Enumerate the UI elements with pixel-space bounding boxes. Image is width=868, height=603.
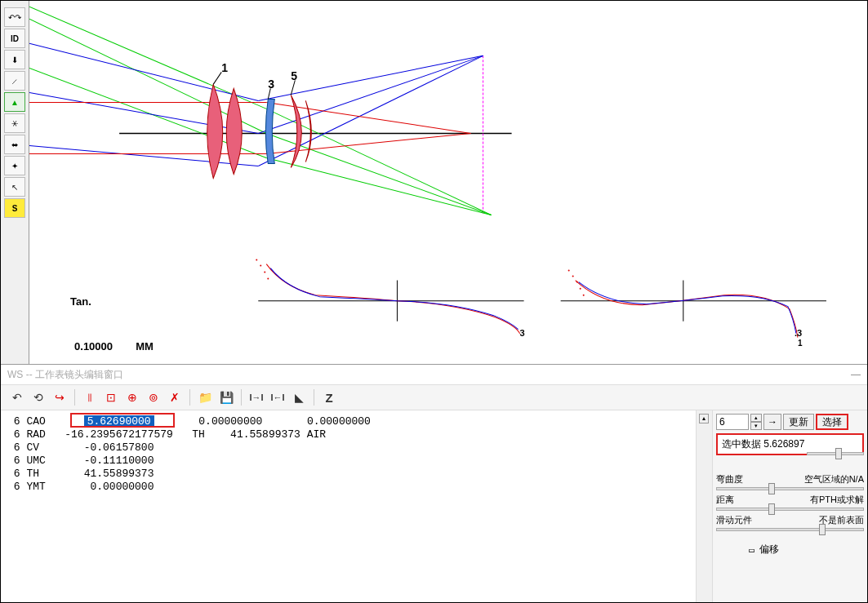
ws-forward-icon[interactable]: ↪ [50,388,69,406]
svg-point-36 [580,288,581,290]
spin-down-icon[interactable]: ▾ [750,422,762,430]
svg-point-28 [264,272,265,273]
svg-line-12 [258,55,483,133]
svg-text:3: 3 [520,328,525,338]
scrollbar[interactable]: ▴ [696,410,712,602]
right-panel: ▴ ▾ → 更新 选择 选中数据 5.626897 弯曲度空气区域的N/A距离有… [712,410,867,602]
slider-row: 弯曲度空气区域的N/A [716,472,864,492]
slider-track[interactable] [716,528,864,531]
scale-value: 0.10000 [74,340,113,352]
slider-thumb[interactable] [768,503,775,515]
ws-circle-plus-icon[interactable]: ⊕ [122,388,142,406]
ws-undo-icon[interactable]: ↶ [7,388,27,406]
svg-point-37 [583,295,585,296]
svg-line-18 [213,72,221,84]
data-area[interactable]: 6 CAO 5.62690000 0.00000000 0.00000000 6… [1,410,696,602]
svg-point-34 [572,276,574,277]
svg-point-33 [568,270,570,272]
slider-row: 滑动元件不是前表面 [716,512,864,533]
slider-left-label: 距离 [716,494,734,506]
ws-target-icon[interactable]: ⊚ [144,388,163,406]
tan-label: Tan. [70,295,91,308]
tool-triangle-icon[interactable]: ▲ [4,92,25,112]
tool-down-icon[interactable]: ⬇ [4,50,25,69]
highlighted-value: 5.62690000 [84,415,154,428]
svg-text:3: 3 [268,78,274,91]
ws-ii-left-icon[interactable]: I←I [268,388,287,406]
svg-line-7 [266,157,491,215]
update-button[interactable]: 更新 [783,414,814,430]
svg-text:.3: .3 [795,328,802,338]
scale-unit: MM [136,340,154,352]
ws-z-icon[interactable]: Z [319,388,339,406]
tool-cursor-icon[interactable]: ↖ [4,177,25,197]
svg-text:5: 5 [291,69,297,82]
slider-track[interactable] [716,508,864,511]
svg-line-10 [29,145,258,166]
slider-right-label: 有PTH或求解 [810,494,864,506]
svg-point-35 [576,282,578,283]
ws-save-icon[interactable]: 💾 [216,388,236,406]
ws-toolbar: ↶ ⟲ ↪ ⫴ ⊡ ⊕ ⊚ ✗ 📁 💾 I→I I←I ◣ Z [1,384,867,410]
svg-point-27 [260,265,261,267]
slider-track[interactable] [716,487,864,490]
ws-x-icon[interactable]: ✗ [165,388,185,406]
slider-left-label: 滑动元件 [716,514,752,526]
slider-left-label: 弯曲度 [716,473,743,486]
svg-text:1: 1 [221,61,228,74]
tool-star-icon[interactable]: ⚹ [4,113,25,133]
select-button[interactable]: 选择 [816,414,848,430]
svg-text:1: 1 [798,339,803,348]
tool-arrows-icon[interactable]: ⬌ [4,135,25,154]
offset-checkbox[interactable]: ▭ [749,544,754,556]
left-toolbar: ↶↷ ID ⬇ ⟋ ▲ ⚹ ⬌ ✦ ↖ S [1,1,29,364]
tool-id[interactable]: ID [4,29,25,48]
svg-point-29 [267,278,269,280]
tool-undo-redo[interactable]: ↶↷ [4,7,25,27]
minimize-icon[interactable]: — [851,369,861,380]
ws-ii-right-icon[interactable]: I→I [247,388,266,406]
svg-point-26 [256,259,257,261]
tool-script-icon[interactable]: S [4,198,25,218]
ws-tri-icon[interactable]: ◣ [289,388,309,406]
slider-row: 距离有PTH或求解 [716,492,864,512]
slider-thumb[interactable] [768,483,775,494]
spin-up-icon[interactable]: ▴ [750,414,762,422]
ws-title-bar: WS -- 工作表镜头编辑窗口 — [1,365,867,384]
slider-right-label: 空气区域的N/A [804,473,864,486]
surface-number-input[interactable] [716,414,749,430]
offset-label: 偏移 [759,543,779,556]
optical-diagram[interactable]: 1 3 5 Tan. 3 [29,1,867,364]
ws-bars-icon[interactable]: ⫴ [80,388,100,406]
ws-open-icon[interactable]: 📁 [195,388,215,406]
ws-redo-icon[interactable]: ⟲ [29,388,48,406]
ws-box-icon[interactable]: ⊡ [101,388,121,406]
goto-button[interactable]: → [763,414,781,430]
tool-spark-icon[interactable]: ✦ [4,156,25,175]
tool-slash-icon[interactable]: ⟋ [4,71,25,91]
slider-thumb[interactable] [819,524,826,535]
